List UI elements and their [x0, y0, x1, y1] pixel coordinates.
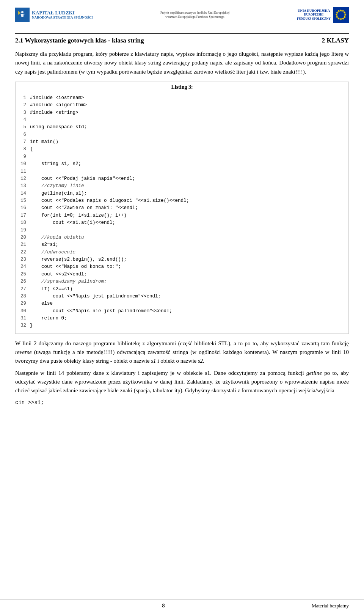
code-content: cout <<"Podaj jakis napis"<<endl; [30, 175, 135, 182]
eu-flag-icon [333, 7, 349, 23]
line-number: 25 [19, 271, 30, 278]
line-number: 3 [19, 109, 30, 116]
header: KAPITAŁ LUDZKI NARODOWA STRATEGIA SPÓJNO… [15, 0, 349, 27]
code-content: if( s2==s1) [30, 286, 73, 293]
code-line: 10 string s1, s2; [19, 160, 345, 168]
code-content: //sprawdzamy palindrom: [30, 278, 107, 285]
code-content: for(int i=0; i<s1.size(); i++) [30, 212, 127, 219]
line-number: 22 [19, 249, 30, 256]
svg-rect-4 [23, 14, 25, 14]
code-line: 9 [19, 153, 345, 160]
code-line: 3#include <string> [19, 109, 345, 116]
code-line: 31 return 0; [19, 315, 345, 322]
code-line: 22 //odwrocenie [19, 249, 345, 256]
code-content: string s1, s2; [30, 160, 81, 168]
code-content: #include <algorithm> [30, 102, 87, 109]
line-number: 21 [19, 241, 30, 249]
code-content: cout <<s2<<endl; [30, 271, 87, 278]
line-number: 7 [19, 138, 30, 146]
code-line: 32} [19, 322, 345, 329]
header-center-text: Projekt współfinansowany ze środków Unii… [160, 11, 229, 19]
line-number: 26 [19, 278, 30, 285]
code-line: 23 reverse(s2.begin(), s2.end()); [19, 256, 345, 263]
section-title-bar: 2.1 Wykorzystanie gotowych klas - klasa … [15, 33, 349, 44]
footer: 8 Materiał bezpłatny [0, 599, 364, 609]
line-number: 1 [19, 94, 30, 102]
code-line: 7int main() [19, 138, 345, 146]
code-line: 20 //kopia obiektu [19, 234, 345, 241]
line-number: 10 [19, 160, 30, 168]
line-number: 18 [19, 219, 30, 226]
line-number: 4 [19, 116, 30, 124]
code-line: 1#include <iostream> [19, 94, 345, 102]
code-line: 14 getline(cin,s1); [19, 190, 345, 197]
logo-kapital: KAPITAŁ LUDZKI NARODOWA STRATEGIA SPÓJNO… [15, 8, 93, 22]
code-content: using namespace std; [30, 124, 87, 131]
code-content: cout <<"Napis jest palindromem"<<endl; [30, 293, 161, 300]
intro-text: Napiszmy dla przykładu program, który po… [15, 50, 349, 76]
code-line: 6 [19, 131, 345, 138]
eu-text: UNIA EUROPEJSKA EUROPEJSKI FUNDUSZ SPOŁE… [297, 9, 331, 21]
listing-container: Listing 3: 1#include <iostream>2#include… [15, 82, 349, 334]
line-number: 13 [19, 182, 30, 190]
line-number: 15 [19, 197, 30, 204]
line-number: 12 [19, 175, 30, 182]
code-line: 19 [19, 227, 345, 234]
line-number: 32 [19, 322, 30, 329]
header-left: KAPITAŁ LUDZKI NARODOWA STRATEGIA SPÓJNO… [15, 8, 93, 22]
code-line: 12 cout <<"Podaj jakis napis"<<endl; [19, 175, 345, 182]
line-number: 2 [19, 102, 30, 109]
code-content: cout <<"Zawiera on znaki: "<<endl; [30, 204, 138, 212]
code-line: 25 cout <<s2<<endl; [19, 271, 345, 278]
line-number: 14 [19, 190, 30, 197]
line-number: 17 [19, 212, 30, 219]
code-content: //czytamy linie [30, 182, 84, 190]
code-line: 21 s2=s1; [19, 241, 345, 249]
logo-eu: UNIA EUROPEJSKA EUROPEJSKI FUNDUSZ SPOŁE… [297, 7, 349, 23]
line-number: 30 [19, 308, 30, 315]
code-line: 15 cout <<"Podales napis o dlugosci "<<s… [19, 197, 345, 204]
code-content: reverse(s2.begin(), s2.end()); [30, 256, 127, 263]
code-content: int main() [30, 138, 58, 146]
code-content: cout <<"Napis od konca to:"; [30, 263, 121, 271]
code-content: #include <string> [30, 109, 78, 116]
line-number: 11 [19, 168, 30, 175]
line-number: 24 [19, 263, 30, 271]
code-line: 18 cout <<s1.at(i)<<endl; [19, 219, 345, 226]
line-number: 29 [19, 300, 30, 307]
code-content: cout <<"Napis nie jest palindromem"<<end… [30, 308, 172, 315]
code-content: //kopia obiektu [30, 234, 84, 241]
bottom-code-snippet: cin >>s1; [15, 400, 44, 406]
code-content: s2=s1; [30, 241, 58, 249]
logo-kapital-text: KAPITAŁ LUDZKI NARODOWA STRATEGIA SPÓJNO… [32, 10, 93, 20]
code-line: 8{ [19, 146, 345, 153]
line-number: 28 [19, 293, 30, 300]
code-line: 5using namespace std; [19, 124, 345, 131]
section-title-right: 2 KLASY [322, 37, 349, 44]
code-content: getline(cin,s1); [30, 190, 87, 197]
code-line: 30 cout <<"Napis nie jest palindromem"<<… [19, 308, 345, 315]
code-line: 13 //czytamy linie [19, 182, 345, 190]
line-number: 8 [19, 146, 30, 153]
line-number: 6 [19, 131, 30, 138]
page: KAPITAŁ LUDZKI NARODOWA STRATEGIA SPÓJNO… [0, 0, 364, 615]
code-content: } [30, 322, 33, 329]
code-content: #include <iostream> [30, 94, 84, 102]
line-number: 16 [19, 204, 30, 212]
line-number: 9 [19, 153, 30, 160]
line-number: 20 [19, 234, 30, 241]
code-content: else [30, 300, 53, 307]
line-number: 23 [19, 256, 30, 263]
line-number: 31 [19, 315, 30, 322]
footer-right: Materiał bezpłatny [312, 603, 349, 609]
code-line: 2#include <algorithm> [19, 102, 345, 109]
code-line: 26 //sprawdzamy palindrom: [19, 278, 345, 285]
code-line: 16 cout <<"Zawiera on znaki: "<<endl; [19, 204, 345, 212]
code-line: 27 if( s2==s1) [19, 286, 345, 293]
line-number: 19 [19, 227, 30, 234]
code-content: cout <<"Podales napis o dlugosci "<<s1.s… [30, 197, 189, 204]
svg-point-1 [21, 11, 24, 13]
svg-rect-3 [20, 14, 22, 14]
code-content: { [30, 146, 33, 153]
listing-title: Listing 3: [16, 82, 348, 92]
